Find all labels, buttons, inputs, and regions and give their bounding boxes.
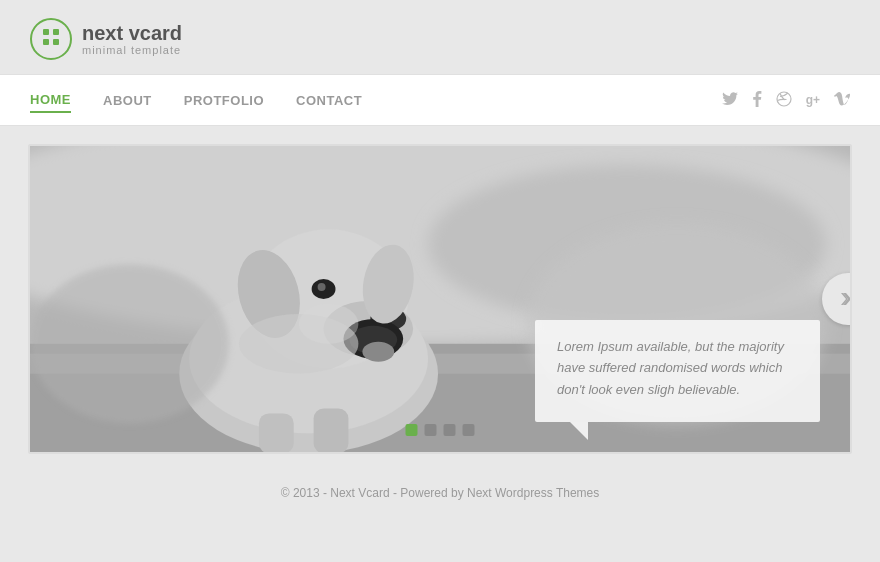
twitter-icon[interactable] [722,92,738,109]
nav-home[interactable]: HOME [30,88,71,113]
nav-about[interactable]: ABOUT [103,89,152,112]
svg-rect-0 [43,29,49,35]
svg-rect-22 [259,413,294,452]
nav-portfolio[interactable]: PROTFOLIO [184,89,264,112]
facebook-icon[interactable] [752,91,762,110]
slider: Lorem Ipsum available, but the majority … [28,144,852,454]
logo-text: next vcard minimal template [82,22,182,56]
svg-rect-2 [43,39,49,45]
svg-point-19 [362,342,394,362]
svg-point-25 [299,304,359,344]
header: next vcard minimal template [0,0,880,74]
dot-3[interactable] [444,424,456,436]
googleplus-icon[interactable]: g+ [806,93,820,107]
footer: © 2013 - Next Vcard - Powered by Next Wo… [0,472,880,514]
dot-1[interactable] [406,424,418,436]
navbar: HOME ABOUT PROTFOLIO CONTACT g+ [0,74,880,126]
nav-links: HOME ABOUT PROTFOLIO CONTACT [30,88,722,113]
svg-point-16 [318,283,326,291]
vimeo-icon[interactable] [834,92,850,109]
nav-social: g+ [722,91,850,110]
dot-2[interactable] [425,424,437,436]
logo-icon [40,26,62,53]
dot-4[interactable] [463,424,475,436]
svg-point-27 [30,264,229,423]
logo-icon-circle [30,18,72,60]
svg-rect-1 [53,29,59,35]
footer-text: © 2013 - Next Vcard - Powered by Next Wo… [281,486,600,500]
caption-area: Lorem Ipsum available, but the majority … [535,320,820,422]
caption-text: Lorem Ipsum available, but the majority … [557,339,784,397]
arrow-icon [838,289,852,309]
logo-title: next vcard [82,22,182,44]
logo-subtitle: minimal template [82,44,182,56]
dribbble-icon[interactable] [776,91,792,110]
slide-indicators [406,424,475,436]
nav-contact[interactable]: CONTACT [296,89,362,112]
svg-rect-23 [314,408,349,452]
svg-rect-3 [53,39,59,45]
